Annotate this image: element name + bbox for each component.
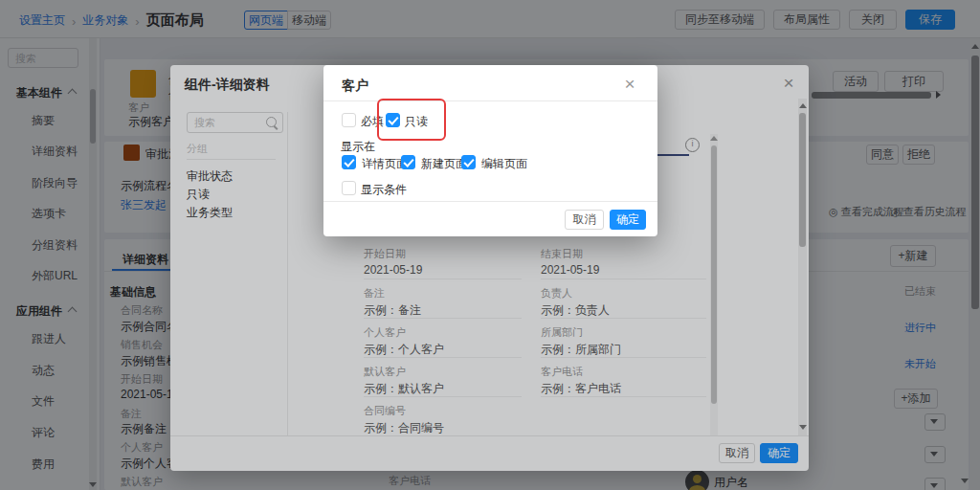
field-property-modal: 客户 必填 只读 显示在 详情页面 新建页面 编辑页面 显示条件 取消 确定 bbox=[323, 65, 657, 236]
detail-page-checkbox[interactable] bbox=[342, 155, 356, 169]
display-in-label: 显示在 bbox=[341, 139, 375, 155]
required-checkbox[interactable] bbox=[342, 113, 356, 127]
page-layout-editor: 设置主页 业务对象 页面布局 网页端 移动端 同步至移动端 布局属性 关闭 保存… bbox=[0, 0, 980, 490]
modal-header-divider bbox=[323, 100, 657, 101]
display-condition-checkbox[interactable] bbox=[342, 181, 356, 195]
display-condition-label[interactable]: 显示条件 bbox=[361, 182, 407, 198]
field-modal-cancel-button[interactable]: 取消 bbox=[565, 210, 604, 230]
field-modal-title: 客户 bbox=[342, 78, 368, 95]
new-page-label[interactable]: 新建页面 bbox=[421, 156, 467, 172]
close-icon[interactable] bbox=[622, 77, 637, 92]
edit-page-label[interactable]: 编辑页面 bbox=[481, 156, 527, 172]
field-modal-confirm-button[interactable]: 确定 bbox=[610, 210, 646, 230]
modal-footer-divider bbox=[323, 201, 657, 202]
edit-page-checkbox[interactable] bbox=[461, 155, 476, 169]
new-page-checkbox[interactable] bbox=[401, 155, 415, 169]
highlight-annotation-box bbox=[377, 99, 446, 141]
